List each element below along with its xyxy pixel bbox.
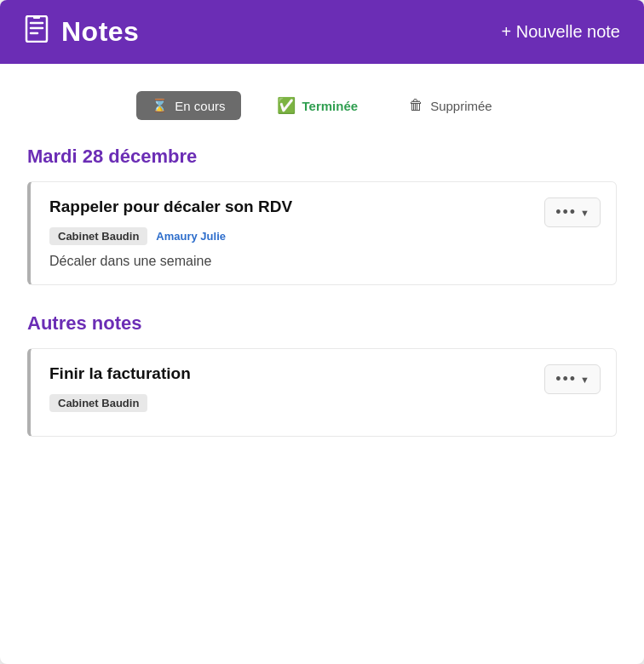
filter-supprimee[interactable]: 🗑 Supprimée [394,90,508,121]
filter-en-cours[interactable]: ⌛ En cours [136,91,240,120]
header: Notes + Nouvelle note [0,0,644,64]
section-autres: Autres notes Finir la facturation ••• ▼ … [27,312,617,437]
note-facturation-title: Finir la facturation [49,364,534,383]
note-facturation-actions-button[interactable]: ••• ▼ [544,364,601,394]
section-mardi-title: Mardi 28 décembre [27,146,617,168]
note-card-facturation: Finir la facturation ••• ▼ Cabinet Baudi… [27,348,617,437]
chevron-down-icon: ▼ [580,208,589,218]
new-note-button[interactable]: + Nouvelle note [501,22,620,42]
check-circle-icon: ✅ [277,96,296,115]
section-autres-title: Autres notes [27,312,617,335]
tag-cabinet-baudin-2: Cabinet Baudin [49,394,147,412]
filter-supprimee-label: Supprimée [430,99,492,113]
filter-bar: ⌛ En cours ✅ Terminée 🗑 Supprimée [27,89,617,122]
dots-icon: ••• [555,203,577,221]
tag-cabinet-baudin: Cabinet Baudin [49,227,147,245]
filter-terminee[interactable]: ✅ Terminée [262,89,374,122]
section-mardi: Mardi 28 décembre Rappeler pour décaler … [27,146,617,285]
note-facturation-tags: Cabinet Baudin [49,394,601,412]
header-title: Notes [61,16,139,48]
note-rdv-tags: Cabinet Baudin Amaury Julie [49,227,601,245]
note-rdv-title: Rappeler pour décaler son RDV [49,197,534,216]
notes-icon [24,15,49,49]
filter-terminee-label: Terminée [302,99,359,113]
filter-en-cours-label: En cours [175,99,225,113]
header-left: Notes [24,15,139,49]
note-card-facturation-header: Finir la facturation ••• ▼ [49,364,601,394]
note-card-rdv-header: Rappeler pour décaler son RDV ••• ▼ [49,197,601,227]
hourglass-icon: ⌛ [152,98,168,113]
note-rdv-actions-button[interactable]: ••• ▼ [544,197,601,227]
app-container: Notes + Nouvelle note ⌛ En cours ✅ Termi… [0,0,644,664]
dots-icon-2: ••• [555,370,577,388]
note-rdv-body: Décaler dans une semaine [49,254,601,269]
note-card-rdv: Rappeler pour décaler son RDV ••• ▼ Cabi… [27,181,617,285]
trash-icon: 🗑 [409,97,423,114]
main-content: ⌛ En cours ✅ Terminée 🗑 Supprimée Mardi … [0,64,644,489]
svg-rect-4 [33,15,40,19]
chevron-down-icon-2: ▼ [580,375,589,385]
tag-amaury-julie: Amaury Julie [156,227,234,245]
